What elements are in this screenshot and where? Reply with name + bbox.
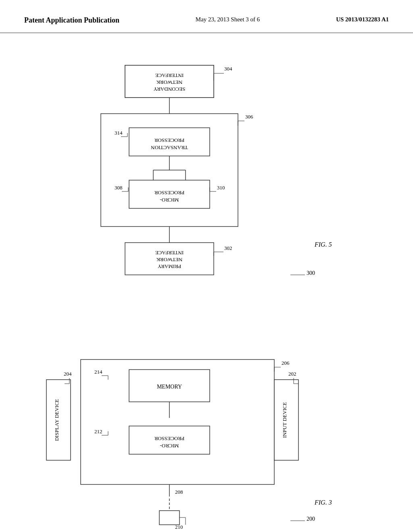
svg-text:NETWORK: NETWORK [156,79,183,85]
svg-text:NETWORK: NETWORK [156,257,183,263]
svg-text:PRIMARY: PRIMARY [157,264,181,270]
fig3-label: FIG. 3 [314,499,332,506]
svg-text:PROCESSOR: PROCESSOR [154,190,184,196]
micro-processor3-group: MICRO- PROCESSOR [129,426,210,454]
memory-text: MEMORY [157,384,182,390]
svg-text:MICRO-: MICRO- [160,197,179,203]
svg-text:PROCESSOR: PROCESSOR [154,436,184,442]
svg-text:INTERFACE: INTERFACE [155,73,184,79]
ref210-box [159,511,179,525]
page-header: Patent Application Publication May 23, 2… [0,0,413,33]
svg-text:INPUT DEVICE: INPUT DEVICE [282,402,288,438]
header-center: May 23, 2013 Sheet 3 of 6 [196,16,260,23]
ref204: 204 [64,371,72,377]
header-right: US 2013/0132283 A1 [336,16,389,23]
diagram-area: FIG. 5 300 SECONDARY NETWORK INTERFACE S… [0,33,413,532]
ref202: 202 [288,371,296,377]
svg-text:INTERFACE: INTERFACE [155,250,184,256]
ref212: 212 [94,428,102,434]
svg-text:MICRO-: MICRO- [160,443,179,449]
ref206: 206 [282,360,290,366]
ref310: 310 [217,185,225,191]
ref306: 306 [245,114,253,120]
primary-network-group: PRIMARY NETWORK INTERFACE [125,243,214,275]
fig3-ref200: 200 [307,516,315,522]
secondary-network-group: SECONDARY NETWORK INTERFACE [125,65,214,98]
transaction-processor-group: TRANSACTION PROCESSOR [129,128,210,156]
ref208: 208 [175,489,183,495]
ref308: 308 [115,185,123,191]
ref210: 210 [175,524,183,530]
ref304: 304 [224,66,232,72]
input-device-group: INPUT DEVICE [274,380,298,460]
fig5-label: FIG. 5 [314,241,332,248]
ref314: 314 [115,130,123,136]
fig5-ref300: 300 [307,270,315,276]
svg-text:DISPLAY DEVICE: DISPLAY DEVICE [54,399,60,441]
svg-text:TRANSACTION: TRANSACTION [151,145,188,151]
svg-text:PROCESSOR: PROCESSOR [154,137,184,143]
display-device-group: DISPLAY DEVICE [46,380,71,460]
svg-text:SECONDARY: SECONDARY [153,86,185,92]
micro-processor-group: MICRO- PROCESSOR [129,180,210,208]
header-left: Patent Application Publication [24,16,119,25]
ref302: 302 [224,245,232,251]
ref214: 214 [94,369,102,375]
